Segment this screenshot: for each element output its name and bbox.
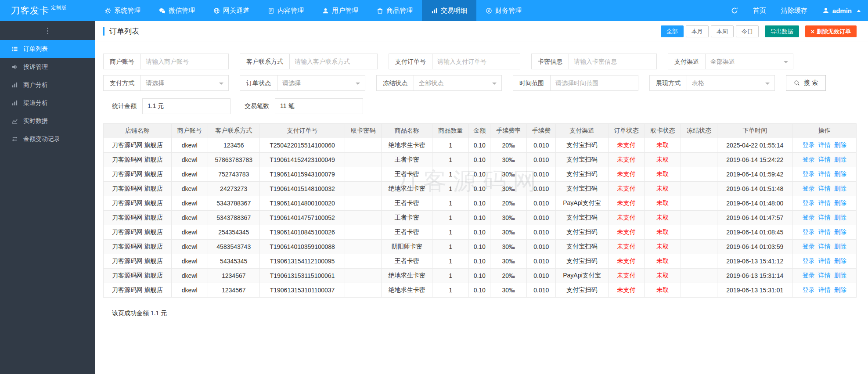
table-cell: dkewl (171, 153, 208, 167)
refresh-button[interactable] (724, 0, 746, 21)
detail-link[interactable]: 详情 (818, 156, 831, 163)
time-range-input[interactable] (550, 75, 638, 91)
detail-link[interactable]: 详情 (818, 199, 831, 206)
nav-item-system[interactable]: 系统管理 (95, 0, 150, 21)
table-cell: 2019-06-14 01:48:00 (717, 196, 792, 211)
table-cell: 0.010 (527, 254, 556, 269)
table-cell: 1 (432, 254, 469, 269)
order-status-select[interactable]: 请选择 (277, 75, 365, 91)
filter-label: 商户账号 (103, 54, 141, 69)
delete-invalid-button[interactable]: × 删除无效订单 (805, 25, 857, 37)
table-cell: T190613153115100061 (259, 269, 345, 283)
login-link[interactable]: 登录 (803, 170, 815, 177)
delete-link[interactable]: 删除 (834, 243, 846, 250)
sidebar-item-orders[interactable]: 订单列表 (0, 40, 95, 58)
range-button-month[interactable]: 本月 (686, 25, 709, 37)
sidebar-item-merchant-analysis[interactable]: 商户分析 (0, 76, 95, 94)
stat-total-amount-input[interactable] (142, 98, 231, 114)
table-cell: 未支付 (608, 240, 645, 254)
sidebar-item-balance-log[interactable]: 金额变动记录 (0, 130, 95, 148)
nav-item-finance[interactable]: 财务管理 (476, 0, 531, 21)
table-cell: 刀客源码网 旗舰店 (104, 182, 172, 196)
close-icon: × (811, 28, 814, 35)
detail-link[interactable]: 详情 (818, 243, 831, 250)
login-link[interactable]: 登录 (803, 185, 815, 192)
chart-bar-icon (11, 100, 18, 106)
login-link[interactable]: 登录 (803, 228, 815, 235)
nav-item-wechat[interactable]: 微信管理 (150, 0, 204, 21)
table-cell: 王者卡密 (381, 225, 432, 240)
nav-item-label: 内容管理 (277, 7, 304, 15)
payment-method-select[interactable]: 请选择 (140, 75, 229, 91)
nav-item-goods[interactable]: 商品管理 (367, 0, 422, 21)
login-link[interactable]: 登录 (803, 272, 815, 279)
detail-link[interactable]: 详情 (818, 272, 831, 279)
table-cell: T190614010359100088 (259, 240, 345, 254)
freeze-status-select[interactable]: 全部状态 (414, 75, 502, 91)
delete-link[interactable]: 删除 (834, 156, 846, 163)
login-link[interactable]: 登录 (803, 243, 815, 250)
table-cell: dkewl (171, 182, 208, 196)
payment-channel-select[interactable]: 全部渠道 (705, 54, 793, 69)
table-cell: 王者卡密 (381, 254, 432, 269)
table-cell (345, 196, 382, 211)
sidebar-collapse-toggle[interactable] (0, 21, 95, 40)
column-header: 支付订单号 (259, 124, 345, 138)
detail-link[interactable]: 详情 (818, 214, 831, 221)
range-button-today[interactable]: 今日 (736, 25, 759, 37)
sidebar-item-channel-analysis[interactable]: 渠道分析 (0, 94, 95, 112)
customer-contact-input[interactable] (289, 54, 378, 69)
table-cell: 绝地求生卡密 (381, 182, 432, 196)
login-link[interactable]: 登录 (803, 156, 815, 163)
nav-item-trades[interactable]: 交易明细 (422, 0, 476, 21)
card-info-input[interactable] (569, 54, 657, 69)
delete-link[interactable]: 删除 (834, 141, 846, 148)
detail-link[interactable]: 详情 (818, 170, 831, 177)
delete-link[interactable]: 删除 (834, 228, 846, 235)
delete-link[interactable]: 删除 (834, 272, 846, 279)
clear-cache-link[interactable]: 清除缓存 (774, 0, 815, 21)
table-cell: 30‰ (490, 225, 527, 240)
range-button-all[interactable]: 全部 (661, 25, 684, 37)
table-cell (681, 225, 717, 240)
delete-link[interactable]: 删除 (834, 214, 846, 221)
range-button-week[interactable]: 本周 (711, 25, 734, 37)
sidebar-item-realtime-data[interactable]: 实时数据 (0, 112, 95, 130)
table-cell: 2019-06-14 15:24:22 (717, 153, 792, 167)
detail-link[interactable]: 详情 (818, 185, 831, 192)
login-link[interactable]: 登录 (803, 141, 815, 148)
detail-link[interactable]: 详情 (818, 228, 831, 235)
detail-link[interactable]: 详情 (818, 141, 831, 148)
table-cell: 4583543743 (208, 240, 259, 254)
search-button[interactable]: 搜 索 (786, 75, 826, 91)
export-button[interactable]: 导出数据 (765, 25, 799, 37)
delete-link[interactable]: 删除 (834, 170, 846, 177)
nav-item-users[interactable]: 用户管理 (313, 0, 367, 21)
filter-label: 支付方式 (103, 75, 141, 91)
merchant-account-input[interactable] (140, 54, 229, 69)
delete-link[interactable]: 删除 (834, 185, 846, 192)
nav-item-content[interactable]: 内容管理 (259, 0, 313, 21)
detail-link[interactable]: 详情 (818, 257, 831, 264)
stat-trade-count-input[interactable] (275, 98, 363, 114)
table-cell-actions: 登录详情删除 (792, 269, 856, 283)
page-title: 订单列表 (103, 27, 139, 36)
user-menu[interactable]: admin (815, 0, 868, 21)
delete-link[interactable]: 删除 (834, 286, 846, 293)
nav-item-gateway[interactable]: 网关通道 (204, 0, 259, 21)
delete-link[interactable]: 删除 (834, 199, 846, 206)
display-mode-select[interactable]: 表格 (687, 75, 775, 91)
login-link[interactable]: 登录 (803, 214, 815, 221)
login-link[interactable]: 登录 (803, 286, 815, 293)
horn-icon (11, 64, 18, 70)
column-header: 取卡状态 (645, 124, 681, 138)
login-link[interactable]: 登录 (803, 257, 815, 264)
sidebar-item-complaints[interactable]: 投诉管理 (0, 58, 95, 76)
login-link[interactable]: 登录 (803, 199, 815, 206)
home-link[interactable]: 首页 (746, 0, 774, 21)
wechat-icon (159, 7, 166, 14)
detail-link[interactable]: 详情 (818, 286, 831, 293)
delete-link[interactable]: 删除 (834, 257, 846, 264)
app-logo-text: 刀客发卡 (11, 4, 49, 17)
payment-order-no-input[interactable] (432, 54, 520, 69)
